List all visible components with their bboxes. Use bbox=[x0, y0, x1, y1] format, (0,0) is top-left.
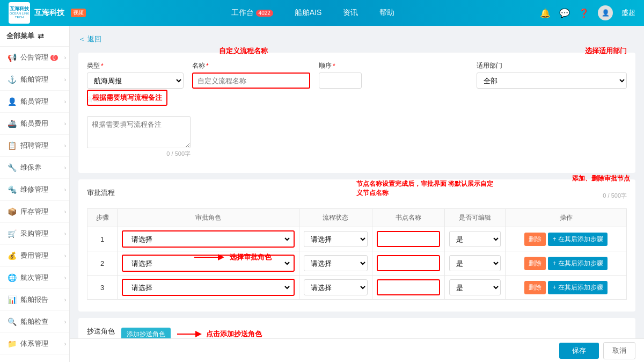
logo-area: 互海科技 OCEAN LINK TECH 互海科技 视频 bbox=[9, 2, 86, 24]
approval-flow-section: 审批流程 0 / 500字 节点名称设置完成后，审批界面 将默认展示自定义节点名… bbox=[78, 179, 635, 312]
sidebar-item-maintenance[interactable]: 🔧 维保养 › bbox=[0, 157, 69, 179]
table-row: 1 请选择 请选择 bbox=[87, 227, 627, 251]
arrow-icon: › bbox=[64, 165, 66, 171]
col-action: 操作 bbox=[506, 209, 627, 227]
step-1: 1 bbox=[87, 227, 118, 251]
status-select-1[interactable]: 请选择 bbox=[304, 231, 368, 247]
bell-icon[interactable]: 🔔 bbox=[540, 8, 551, 18]
name-input[interactable] bbox=[192, 73, 310, 89]
nav-item-ais[interactable]: 船舶AIS bbox=[295, 8, 322, 18]
bottom-bar: 保存 取消 bbox=[70, 338, 644, 362]
main-content: ＜ 返回 类型 * 航海周报 名称 * 自定义流程名称 bbox=[70, 26, 644, 362]
vessel-icon: ⚓ bbox=[6, 74, 17, 85]
crew-icon: 👤 bbox=[6, 96, 17, 107]
nodename-input-3[interactable] bbox=[378, 280, 440, 294]
arrow-icon: › bbox=[64, 319, 66, 325]
delete-btn-2[interactable]: 删除 bbox=[524, 257, 546, 270]
sidebar-item-inventory[interactable]: 📦 库存管理 › bbox=[0, 201, 69, 223]
arrow-icon: › bbox=[64, 187, 66, 193]
sidebar-item-report[interactable]: 📊 船舶报告 › bbox=[0, 289, 69, 311]
order-label: 顺序 * bbox=[319, 61, 362, 70]
add-copy-text: 点击添加抄送角色 bbox=[206, 329, 262, 339]
nodename-box-1 bbox=[377, 231, 441, 247]
arrow-icon: › bbox=[64, 297, 66, 303]
arrow-icon: › bbox=[64, 121, 66, 127]
add-after-btn-2[interactable]: + 在其后添加步骤 bbox=[548, 257, 607, 270]
type-label: 类型 * bbox=[87, 61, 184, 70]
role-select-box-3: 请选择 bbox=[122, 279, 295, 296]
delete-btn-3[interactable]: 删除 bbox=[524, 281, 546, 294]
action-cell-3: 删除 + 在其后添加步骤 bbox=[506, 276, 627, 300]
role-cell-1: 请选择 bbox=[118, 227, 299, 251]
order-input[interactable] bbox=[319, 73, 362, 89]
nav-item-news[interactable]: 资讯 bbox=[343, 8, 358, 18]
remark-textarea[interactable] bbox=[87, 116, 191, 148]
dept-label: 适用部门 bbox=[477, 61, 627, 70]
sidebar-item-vessel[interactable]: ⚓ 船舶管理 › bbox=[0, 69, 69, 91]
role-select-3[interactable]: 请选择 bbox=[125, 281, 291, 294]
role-select-2[interactable]: 请选择 bbox=[125, 257, 291, 270]
status-select-3[interactable]: 请选择 bbox=[304, 279, 368, 295]
back-link[interactable]: ＜ 返回 bbox=[78, 34, 635, 44]
sidebar-item-finance[interactable]: 💰 费用管理 › bbox=[0, 245, 69, 267]
sidebar-item-maritime[interactable]: 🌊 海务管理 › bbox=[0, 355, 69, 362]
step-2: 2 bbox=[87, 251, 118, 276]
table-row: 2 请选择 请选择 bbox=[87, 251, 627, 276]
chat-icon[interactable]: 💬 bbox=[559, 8, 570, 18]
field-order: 顺序 * bbox=[319, 61, 362, 89]
nav-item-workbench[interactable]: 工作台 4022 bbox=[231, 8, 273, 18]
add-after-btn-3[interactable]: + 在其后添加步骤 bbox=[548, 281, 607, 294]
role-select-box-2: 请选择 bbox=[122, 255, 295, 272]
editable-select-2[interactable]: 是 bbox=[449, 255, 501, 271]
announcement-badge: 0 bbox=[50, 55, 58, 61]
add-after-btn-1[interactable]: + 在其后添加步骤 bbox=[548, 233, 607, 246]
help-icon[interactable]: ❓ bbox=[579, 8, 589, 18]
field-type: 类型 * 航海周报 bbox=[87, 61, 184, 89]
avatar[interactable]: 👤 bbox=[598, 5, 613, 20]
form-row-1: 类型 * 航海周报 名称 * 自定义流程名称 顺序 * bbox=[87, 61, 627, 89]
sidebar-item-system[interactable]: 📁 体系管理 › bbox=[0, 333, 69, 355]
table-row: 3 请选择 请选择 bbox=[87, 276, 627, 300]
sidebar-item-announcement[interactable]: 📢 公告管理 0 › bbox=[0, 47, 69, 69]
dept-select[interactable]: 全部 bbox=[477, 73, 627, 89]
announcement-icon: 📢 bbox=[6, 52, 17, 63]
type-select[interactable]: 航海周报 bbox=[87, 73, 184, 89]
maintenance-icon: 🔧 bbox=[6, 162, 17, 173]
nav-item-help[interactable]: 帮助 bbox=[379, 8, 394, 18]
status-select-2[interactable]: 请选择 bbox=[304, 255, 368, 271]
brand-name: 互海科技 bbox=[34, 8, 64, 18]
delete-btn-1[interactable]: 删除 bbox=[524, 233, 546, 246]
nodename-input-1[interactable] bbox=[378, 232, 440, 246]
sidebar-item-voyage[interactable]: 🌐 航次管理 › bbox=[0, 267, 69, 289]
col-step: 步骤 bbox=[87, 209, 118, 227]
flow-section-title: 审批流程 bbox=[87, 188, 115, 198]
editable-select-3[interactable]: 是 bbox=[449, 279, 501, 295]
save-button[interactable]: 保存 bbox=[559, 343, 599, 359]
cancel-button[interactable]: 取消 bbox=[603, 342, 635, 359]
status-cell-3: 请选择 bbox=[299, 276, 372, 300]
sidebar-item-recruit[interactable]: 📋 招聘管理 › bbox=[0, 135, 69, 157]
sidebar-item-repair[interactable]: 🔩 维修管理 › bbox=[0, 179, 69, 201]
sidebar-item-purchase[interactable]: 🛒 采购管理 › bbox=[0, 223, 69, 245]
name-annotation: 自定义流程名称 bbox=[219, 46, 268, 56]
arrow-icon: › bbox=[64, 143, 66, 149]
arrow-icon: › bbox=[64, 253, 66, 259]
role-select-1[interactable]: 请选择 bbox=[125, 233, 291, 245]
editable-select-1[interactable]: 是 bbox=[449, 231, 501, 247]
nodename-input-2[interactable] bbox=[378, 256, 440, 270]
sidebar-item-crew-cost[interactable]: 🚢 船员费用 › bbox=[0, 113, 69, 135]
sidebar: 全部菜单 ⇄ 📢 公告管理 0 › ⚓ 船舶管理 › 👤 船员管理 › 🚢 船员… bbox=[0, 26, 70, 362]
sidebar-item-crew[interactable]: 👤 船员管理 › bbox=[0, 91, 69, 113]
dept-annotation: 选择适用部门 bbox=[585, 46, 627, 56]
sidebar-toggle-icon[interactable]: ⇄ bbox=[38, 32, 44, 40]
editable-cell-1: 是 bbox=[445, 227, 506, 251]
sidebar-item-inspection[interactable]: 🔍 船舶检查 › bbox=[0, 311, 69, 333]
recruit-icon: 📋 bbox=[6, 140, 17, 151]
add-delete-annotation: 添加、删除审批节点 bbox=[572, 174, 630, 183]
arrow-icon: › bbox=[64, 55, 66, 61]
nodename-cell-2 bbox=[372, 251, 445, 276]
step-3: 3 bbox=[87, 276, 118, 300]
sidebar-header: 全部菜单 ⇄ bbox=[0, 26, 69, 47]
purchase-icon: 🛒 bbox=[6, 228, 17, 239]
editable-cell-2: 是 bbox=[445, 251, 506, 276]
